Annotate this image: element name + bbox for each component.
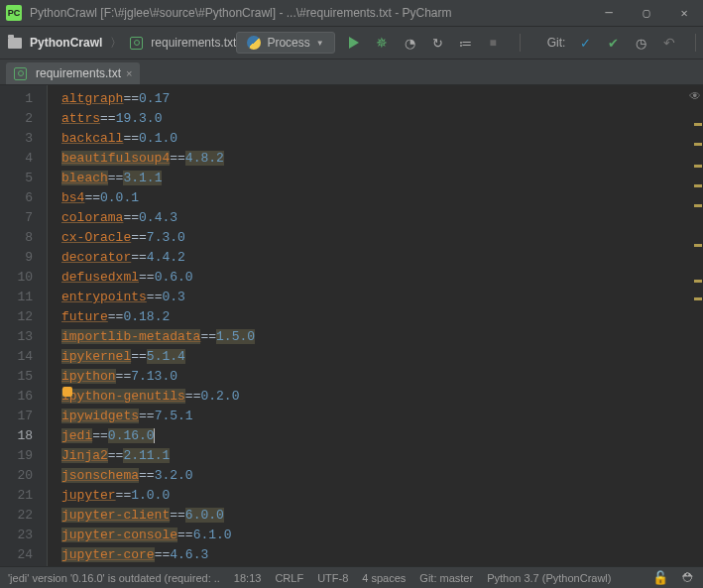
- code-line[interactable]: ipython-genutils==0.2.0: [61, 387, 703, 407]
- warning-stripe-mark[interactable]: [694, 165, 702, 168]
- version-operator: ==: [116, 488, 132, 503]
- close-button[interactable]: ✕: [665, 0, 703, 27]
- package-name: backcall: [61, 131, 123, 146]
- code-line[interactable]: beautifulsoup4==4.8.2: [61, 149, 703, 169]
- package-name: beautifulsoup4: [61, 151, 170, 166]
- status-line-separator[interactable]: CRLF: [275, 572, 303, 584]
- version-operator: ==: [84, 190, 100, 205]
- code-line[interactable]: colorama==0.4.3: [61, 208, 703, 228]
- concurrency-button[interactable]: ≔: [458, 36, 473, 51]
- code-line[interactable]: decorator==4.4.2: [61, 248, 703, 268]
- git-rollback-button[interactable]: ↶: [661, 36, 676, 51]
- package-version: 1.0.0: [131, 488, 170, 503]
- code-line[interactable]: altgraph==0.17: [61, 89, 703, 109]
- tab-close-button[interactable]: ×: [126, 67, 132, 79]
- code-editor[interactable]: 123456789101112131415161718192021222324 …: [0, 85, 703, 566]
- code-line[interactable]: entrypoints==0.3: [61, 288, 703, 307]
- error-stripe[interactable]: 👁: [693, 85, 703, 566]
- code-line[interactable]: ipywidgets==7.5.1: [61, 407, 703, 426]
- warning-stripe-mark[interactable]: [694, 123, 702, 126]
- git-history-button[interactable]: ◷: [634, 36, 648, 51]
- code-line[interactable]: Jinja2==2.11.1: [61, 446, 703, 466]
- package-name: colorama: [61, 210, 123, 225]
- run-button[interactable]: [347, 36, 362, 51]
- git-update-button[interactable]: ✓: [578, 36, 593, 51]
- code-line[interactable]: jsonschema==3.2.0: [61, 466, 703, 486]
- status-git-branch[interactable]: Git: master: [419, 572, 473, 584]
- run-configuration-selector[interactable]: Process ▼: [236, 32, 334, 54]
- line-number: 2: [0, 109, 33, 129]
- code-line[interactable]: defusedxml==0.6.0: [61, 268, 703, 288]
- warning-stripe-mark[interactable]: [694, 280, 702, 283]
- code-line[interactable]: jupyter-client==6.0.0: [61, 506, 703, 526]
- code-line[interactable]: importlib-metadata==1.5.0: [61, 327, 703, 347]
- warning-stripe-mark[interactable]: [694, 297, 702, 300]
- git-commit-button[interactable]: ✔: [606, 36, 621, 51]
- package-version: 1.5.0: [216, 329, 255, 344]
- status-encoding[interactable]: UTF-8: [317, 572, 348, 584]
- intention-bulb-icon[interactable]: [62, 387, 72, 397]
- code-line[interactable]: jupyter==1.0.0: [61, 486, 703, 506]
- breadcrumb-project[interactable]: PythonCrawl: [30, 36, 102, 50]
- package-name: defusedxml: [61, 270, 139, 285]
- code-line[interactable]: future==0.18.2: [61, 307, 703, 327]
- line-number: 11: [0, 288, 33, 307]
- stop-button[interactable]: ■: [486, 36, 501, 51]
- code-area[interactable]: altgraph==0.17attrs==19.3.0backcall==0.1…: [48, 85, 703, 566]
- code-line[interactable]: attrs==19.3.0: [61, 109, 703, 129]
- debug-button[interactable]: ✵: [375, 36, 390, 51]
- play-icon: [349, 37, 359, 49]
- chevron-down-icon: ▼: [316, 39, 324, 48]
- code-line[interactable]: ipykernel==5.1.4: [61, 347, 703, 367]
- tab-requirements[interactable]: requirements.txt ×: [6, 62, 140, 84]
- toolbar-separator-2: [695, 34, 696, 52]
- hector-icon[interactable]: ⛑: [682, 570, 695, 585]
- line-number: 1: [0, 89, 33, 109]
- line-number: 6: [0, 188, 33, 208]
- minimize-button[interactable]: ─: [590, 0, 628, 27]
- package-name: bleach: [61, 171, 108, 185]
- warning-stripe-mark[interactable]: [694, 244, 702, 247]
- code-line[interactable]: jupyter-console==6.1.0: [61, 526, 703, 545]
- line-number: 7: [0, 208, 33, 228]
- package-name: bs4: [61, 190, 84, 205]
- package-name: altgraph: [61, 91, 123, 106]
- line-number: 5: [0, 169, 33, 188]
- status-indent[interactable]: 4 spaces: [362, 572, 406, 584]
- package-name: ipython: [61, 369, 116, 384]
- profile-button[interactable]: ↻: [430, 36, 445, 51]
- code-line[interactable]: cx-Oracle==7.3.0: [61, 228, 703, 248]
- package-version: 4.4.2: [147, 250, 185, 265]
- warning-stripe-mark[interactable]: [694, 184, 702, 187]
- package-version: 0.18.2: [123, 309, 170, 324]
- warning-stripe-mark[interactable]: [694, 143, 702, 146]
- line-number: 17: [0, 407, 33, 426]
- status-bar: 'jedi' version '0.16.0' is outdated (req…: [0, 566, 703, 588]
- run-coverage-button[interactable]: ◔: [403, 36, 417, 51]
- version-operator: ==: [131, 250, 147, 265]
- version-operator: ==: [123, 91, 139, 106]
- inspections-eye-icon[interactable]: 👁: [689, 89, 701, 104]
- code-line[interactable]: jupyter-core==4.6.3: [61, 545, 703, 565]
- code-line[interactable]: bs4==0.0.1: [61, 188, 703, 208]
- status-caret-position[interactable]: 18:13: [234, 572, 262, 584]
- package-version: 4.6.3: [170, 547, 208, 562]
- breadcrumb: PythonCrawl 〉 requirements.txt: [8, 35, 236, 52]
- requirements-file-icon: [130, 37, 143, 50]
- breadcrumb-file[interactable]: requirements.txt: [151, 36, 236, 50]
- warning-stripe-mark[interactable]: [694, 204, 702, 207]
- code-line[interactable]: ipython==7.13.0: [61, 367, 703, 387]
- package-name: jsonschema: [61, 468, 139, 483]
- code-line[interactable]: jedi==0.16.0: [61, 426, 703, 446]
- line-number: 16: [0, 387, 33, 407]
- version-operator: ==: [131, 230, 147, 245]
- maximize-button[interactable]: ▢: [628, 0, 665, 27]
- lock-icon[interactable]: 🔓: [652, 570, 668, 585]
- status-interpreter[interactable]: Python 3.7 (PythonCrawl): [487, 572, 611, 584]
- version-operator: ==: [123, 131, 139, 146]
- git-label: Git:: [547, 36, 566, 50]
- package-version: 3.1.1: [123, 171, 162, 185]
- code-line[interactable]: bleach==3.1.1: [61, 169, 703, 188]
- code-line[interactable]: backcall==0.1.0: [61, 129, 703, 149]
- line-number: 19: [0, 446, 33, 466]
